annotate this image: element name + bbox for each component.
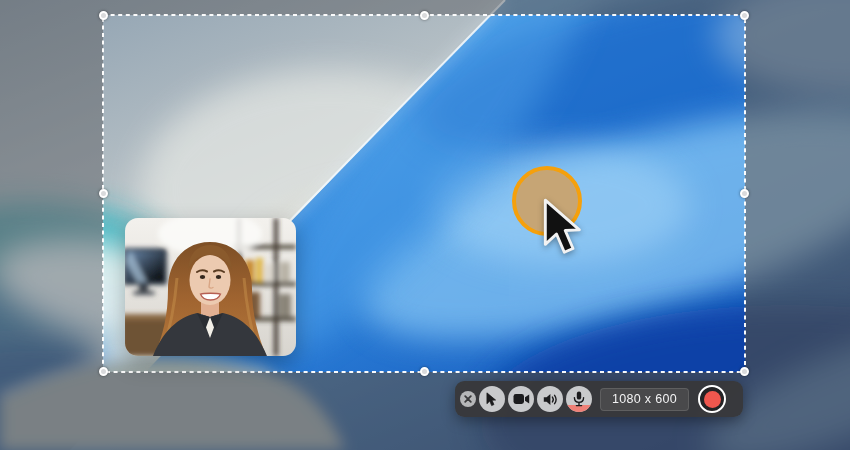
cursor-icon [486,392,498,407]
microphone-icon [573,391,585,407]
close-button[interactable] [460,391,476,407]
mouse-pointer-icon [543,198,581,256]
selection-handle-top-center[interactable] [420,11,429,20]
selection-handle-middle-left[interactable] [99,189,108,198]
dim-overlay-left [0,15,103,372]
webcam-portrait-image [125,218,296,356]
selection-handle-bottom-right[interactable] [740,367,749,376]
capture-size-value: 1080 x 600 [612,392,677,406]
cursor-toggle-button[interactable] [479,386,505,412]
video-camera-icon [513,393,530,405]
selection-handle-middle-right[interactable] [740,189,749,198]
system-audio-toggle-button[interactable] [537,386,563,412]
microphone-toggle-button[interactable] [566,386,592,412]
record-button[interactable] [698,385,726,413]
webcam-preview[interactable] [125,218,296,356]
dim-overlay-right [745,15,850,372]
webcam-toggle-button[interactable] [508,386,534,412]
capture-size-field[interactable]: 1080 x 600 [600,388,689,411]
selection-handle-bottom-left[interactable] [99,367,108,376]
speaker-icon [543,393,558,406]
selection-handle-bottom-center[interactable] [420,367,429,376]
x-icon [464,395,472,403]
screen-recorder-overlay: 1080 x 600 [0,0,850,450]
selection-handle-top-left[interactable] [99,11,108,20]
record-dot-icon [704,391,721,408]
recorder-toolbar: 1080 x 600 [455,381,743,417]
selection-handle-top-right[interactable] [740,11,749,20]
